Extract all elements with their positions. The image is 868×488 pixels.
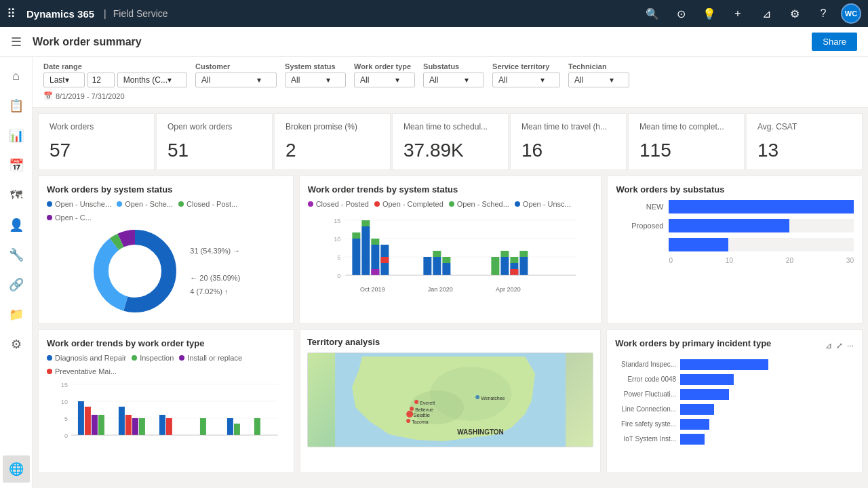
date-range-info: 📅 8/1/2019 - 7/31/2020 xyxy=(43,92,857,100)
svg-rect-48 xyxy=(85,407,91,435)
map-svg: Seattle Everett Tacoma Bellevue Wenatche… xyxy=(308,353,593,447)
filter-icon-incident[interactable]: ⊿ xyxy=(825,341,832,350)
kpi-label-3: Mean time to schedul... xyxy=(403,122,497,133)
sidebar-active-icon[interactable]: 🌐 xyxy=(3,455,30,483)
svg-rect-15 xyxy=(361,226,370,275)
kpi-label-1: Open work orders xyxy=(167,122,261,133)
svg-rect-34 xyxy=(519,251,528,257)
incident-row-4: Line Connection... xyxy=(615,404,854,415)
kpi-card-2: Broken promise (%) 2 xyxy=(274,113,391,170)
svg-rect-19 xyxy=(371,269,379,275)
kpi-card-1: Open work orders 51 xyxy=(156,113,273,170)
kpi-value-4: 16 xyxy=(521,140,615,161)
add-icon[interactable]: + xyxy=(727,3,749,24)
customer-select[interactable]: All▾ xyxy=(195,73,277,87)
svg-text:15: 15 xyxy=(61,382,68,388)
svg-text:0: 0 xyxy=(337,272,340,279)
svg-rect-23 xyxy=(433,257,441,275)
service-territory-select[interactable]: All▾ xyxy=(492,73,560,87)
sidebar-link-icon[interactable]: 🔗 xyxy=(3,271,30,298)
substatus-filter: Substatus All▾ xyxy=(423,62,484,87)
substatus-select[interactable]: All▾ xyxy=(423,73,484,87)
kpi-card-0: Work orders 57 xyxy=(38,113,155,170)
technician-label: Technician xyxy=(568,62,629,70)
substatus-bar-row-new: NEW xyxy=(616,200,854,214)
incident-chart-title: Work orders by primary incident type xyxy=(615,338,771,348)
sidebar-nav1-icon[interactable]: 📋 xyxy=(3,92,30,119)
waffle-icon[interactable]: ⠿ xyxy=(7,6,16,21)
sidebar-home-icon[interactable]: ⌂ xyxy=(3,62,30,89)
module-name: Field Service xyxy=(113,8,168,19)
technician-select[interactable]: All▾ xyxy=(568,73,629,87)
share-button[interactable]: Share xyxy=(812,33,857,51)
svg-rect-25 xyxy=(442,263,450,275)
svg-rect-51 xyxy=(119,407,125,435)
kpi-card-6: Avg. CSAT 13 xyxy=(746,113,863,170)
customer-label: Customer xyxy=(195,62,277,70)
svg-rect-58 xyxy=(227,418,233,435)
avatar[interactable]: WC xyxy=(841,3,861,24)
sidebar-settings2-icon[interactable]: ⚙ xyxy=(3,331,30,358)
app-name: Dynamics 365 xyxy=(26,8,94,20)
filter-icon[interactable]: ⊿ xyxy=(755,3,777,24)
date-range-unit-select[interactable]: Months (C...▾ xyxy=(117,73,187,87)
customer-filter: Customer All▾ xyxy=(195,62,277,87)
expand-icon-incident[interactable]: ⤢ xyxy=(836,341,843,350)
substatus-label: Substatus xyxy=(423,62,484,70)
kpi-label-5: Mean time to complet... xyxy=(639,122,733,133)
svg-text:10: 10 xyxy=(61,399,68,405)
system-status-label: System status xyxy=(285,62,346,70)
kpi-card-3: Mean time to schedul... 37.89K xyxy=(392,113,509,170)
gear-icon[interactable]: ⚙ xyxy=(784,3,806,24)
incident-type-chart: Work orders by primary incident type ⊿ ⤢… xyxy=(606,329,863,473)
svg-text:Oct 2019: Oct 2019 xyxy=(360,286,385,293)
svg-rect-57 xyxy=(200,418,206,435)
help-icon[interactable]: ? xyxy=(812,3,834,24)
sidebar-person-icon[interactable]: 👤 xyxy=(3,211,30,239)
svg-point-70 xyxy=(406,419,410,423)
sidebar-chart-icon[interactable]: 📊 xyxy=(3,122,30,149)
sidebar: ⌂ 📋 📊 📅 🗺 👤 🔧 🔗 📁 ⚙ 🌐 xyxy=(0,57,33,488)
svg-point-72 xyxy=(410,407,414,411)
svg-text:Wenatchee: Wenatchee xyxy=(481,396,505,401)
substatus-bar-row-proposed: Proposed xyxy=(616,219,854,232)
svg-text:15: 15 xyxy=(334,218,340,224)
sidebar-folder-icon[interactable]: 📁 xyxy=(3,301,30,328)
svg-point-68 xyxy=(414,400,418,404)
system-status-select[interactable]: All▾ xyxy=(285,73,346,87)
svg-text:Jan 2020: Jan 2020 xyxy=(427,286,452,293)
svg-rect-52 xyxy=(125,415,132,435)
svg-text:Apr 2020: Apr 2020 xyxy=(496,286,521,293)
svg-rect-16 xyxy=(361,220,370,226)
territory-title: Territory analysis xyxy=(307,337,593,347)
top-navigation: ⠿ Dynamics 365 | Field Service 🔍 ⊙ 💡 + ⊿… xyxy=(0,0,868,27)
trend-bar-svg: 15 10 5 0 xyxy=(308,214,593,302)
lightbulb-icon[interactable]: 💡 xyxy=(698,3,720,24)
charts-row-2: Work order trends by work order type Dia… xyxy=(33,327,868,479)
kpi-label-0: Work orders xyxy=(50,122,143,133)
incident-row-1: Standard Inspec... xyxy=(615,359,854,370)
sidebar-wrench-icon[interactable]: 🔧 xyxy=(3,241,30,268)
svg-text:Tacoma: Tacoma xyxy=(412,420,429,424)
date-range-value-input[interactable] xyxy=(87,73,115,87)
kpi-value-3: 37.89K xyxy=(403,140,497,161)
date-range-type-select[interactable]: Last▾ xyxy=(43,73,85,87)
work-order-type-label: Work order type xyxy=(354,62,415,70)
settings-circle-icon[interactable]: ⊙ xyxy=(670,3,692,24)
trend-legend: Closed - Posted Open - Completed Open - … xyxy=(308,200,593,208)
system-status-legend: Open - Unsche... Open - Sche... Closed -… xyxy=(47,200,285,222)
hamburger-icon[interactable]: ☰ xyxy=(11,35,22,49)
search-icon[interactable]: 🔍 xyxy=(642,3,663,24)
more-icon-incident[interactable]: ··· xyxy=(847,341,854,350)
sidebar-map-icon[interactable]: 🗺 xyxy=(3,182,30,209)
service-territory-label: Service territory xyxy=(492,62,560,70)
svg-rect-33 xyxy=(519,257,528,275)
svg-rect-55 xyxy=(159,415,165,435)
filter-bar: Date range Last▾ Months (C...▾ Customer xyxy=(33,57,868,108)
svg-text:WASHINGTON: WASHINGTON xyxy=(457,428,504,436)
technician-filter: Technician All▾ xyxy=(568,62,629,87)
system-status-chart-title: Work orders by system status xyxy=(47,184,285,195)
sidebar-calendar-icon[interactable]: 📅 xyxy=(3,152,30,179)
substatus-bar-container: NEW Proposed xyxy=(616,200,854,251)
work-order-type-select[interactable]: All▾ xyxy=(354,73,415,87)
